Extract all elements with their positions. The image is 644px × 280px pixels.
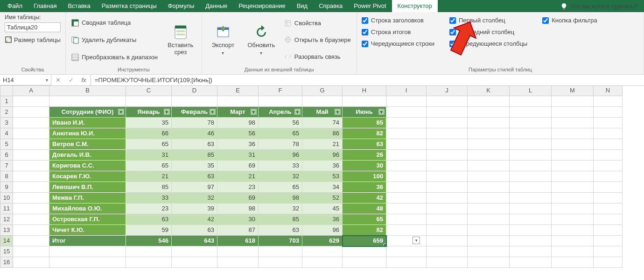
cell[interactable]: 35: [172, 161, 217, 171]
row-header[interactable]: 15: [0, 246, 13, 257]
cell[interactable]: [510, 128, 552, 139]
row-header[interactable]: 16: [0, 257, 13, 268]
cell[interactable]: Ветров С.М.: [49, 139, 126, 150]
col-header[interactable]: F: [259, 86, 302, 96]
cell[interactable]: 78: [172, 118, 217, 128]
filter-button[interactable]: ▾: [163, 108, 170, 115]
cell[interactable]: 23: [126, 203, 172, 214]
cell[interactable]: 52: [302, 193, 343, 203]
cell[interactable]: Довгаль И.В.: [49, 150, 126, 161]
cell[interactable]: [386, 182, 427, 193]
tab-Справка[interactable]: Справка: [313, 0, 348, 12]
cell[interactable]: 35: [126, 118, 172, 128]
cell[interactable]: 32: [259, 203, 302, 214]
cell[interactable]: [13, 257, 49, 268]
cell[interactable]: 82: [343, 225, 386, 236]
cell[interactable]: [552, 139, 594, 150]
tab-Главная[interactable]: Главная: [28, 0, 62, 12]
cell[interactable]: [343, 257, 386, 268]
cell[interactable]: 63: [172, 139, 217, 150]
row-header[interactable]: 14: [0, 236, 13, 246]
cell[interactable]: [13, 193, 49, 203]
chk-filter-button[interactable]: Кнопка фильтра: [542, 17, 597, 24]
cell[interactable]: [552, 128, 594, 139]
cell[interactable]: 56: [217, 128, 259, 139]
cell[interactable]: Михайлова О.Ю.: [49, 203, 126, 214]
cell[interactable]: [468, 118, 510, 128]
cell[interactable]: [552, 225, 594, 236]
cell[interactable]: [386, 161, 427, 171]
export-button[interactable]: Экспорт▾: [207, 14, 239, 66]
tab-Вставка[interactable]: Вставка: [62, 0, 96, 12]
col-header[interactable]: G: [302, 86, 343, 96]
cell[interactable]: 42: [172, 214, 217, 225]
cell[interactable]: 63: [172, 171, 217, 182]
col-header[interactable]: L: [510, 86, 552, 96]
cell[interactable]: 629: [302, 236, 343, 246]
cell[interactable]: 36: [302, 161, 343, 171]
cell[interactable]: [427, 139, 468, 150]
cell[interactable]: 63: [259, 225, 302, 236]
cell[interactable]: 33: [126, 193, 172, 203]
cell[interactable]: [552, 182, 594, 193]
cell[interactable]: 65: [126, 139, 172, 150]
cell[interactable]: [427, 246, 468, 257]
cell[interactable]: [126, 246, 172, 257]
cell[interactable]: 65: [259, 128, 302, 139]
cell[interactable]: 98: [259, 193, 302, 203]
cell[interactable]: 546: [126, 236, 172, 246]
cell[interactable]: 65: [343, 214, 386, 225]
spreadsheet-grid[interactable]: ABCDEFGHIJKLMN 12345678910111213141516 С…: [0, 86, 644, 280]
pivot-table-button[interactable]: Сводная таблица: [70, 18, 159, 28]
cell[interactable]: 34: [302, 182, 343, 193]
cell[interactable]: 46: [172, 128, 217, 139]
cell[interactable]: [172, 96, 217, 107]
cell[interactable]: 96: [259, 150, 302, 161]
cell[interactable]: [468, 182, 510, 193]
cell[interactable]: [552, 214, 594, 225]
cell[interactable]: [552, 246, 594, 257]
cell[interactable]: [172, 246, 217, 257]
cell[interactable]: [302, 246, 343, 257]
row-header[interactable]: 6: [0, 150, 13, 161]
cell[interactable]: 31: [217, 150, 259, 161]
tab-Вид[interactable]: Вид: [291, 0, 314, 12]
cell[interactable]: [259, 257, 302, 268]
filter-button[interactable]: ▾: [334, 108, 341, 115]
cell[interactable]: [468, 107, 510, 118]
cell[interactable]: [594, 203, 623, 214]
cell[interactable]: 59: [126, 225, 172, 236]
cell[interactable]: Анютина Ю.И.: [49, 128, 126, 139]
cell[interactable]: 85: [126, 182, 172, 193]
cell[interactable]: [386, 225, 427, 236]
cell[interactable]: [386, 171, 427, 182]
cell[interactable]: [594, 171, 623, 182]
cell[interactable]: [13, 139, 49, 150]
col-header[interactable]: A: [13, 86, 49, 96]
cell[interactable]: [594, 107, 623, 118]
convert-range-button[interactable]: Преобразовать в диапазон: [70, 52, 159, 63]
insert-slicer-button[interactable]: Вставить срез: [164, 14, 197, 66]
cell[interactable]: Косарев Г.Ю.: [49, 171, 126, 182]
cell[interactable]: [427, 214, 468, 225]
cell[interactable]: [386, 118, 427, 128]
cell[interactable]: [468, 128, 510, 139]
cell[interactable]: Межва Г.П.: [49, 193, 126, 203]
cell[interactable]: [343, 96, 386, 107]
cell[interactable]: [427, 193, 468, 203]
filter-button[interactable]: ▾: [209, 108, 216, 115]
cell[interactable]: [172, 257, 217, 268]
cell[interactable]: [386, 246, 427, 257]
cell[interactable]: [594, 225, 623, 236]
cell[interactable]: [126, 257, 172, 268]
cell[interactable]: [13, 182, 49, 193]
filter-button[interactable]: ▾: [250, 108, 257, 115]
accept-formula-button[interactable]: ✓: [64, 77, 77, 84]
cell[interactable]: [594, 118, 623, 128]
cell[interactable]: 53: [302, 171, 343, 182]
cell[interactable]: 63: [126, 214, 172, 225]
cell[interactable]: [510, 246, 552, 257]
cell[interactable]: [468, 236, 510, 246]
cell[interactable]: [510, 193, 552, 203]
row-header[interactable]: 13: [0, 225, 13, 236]
